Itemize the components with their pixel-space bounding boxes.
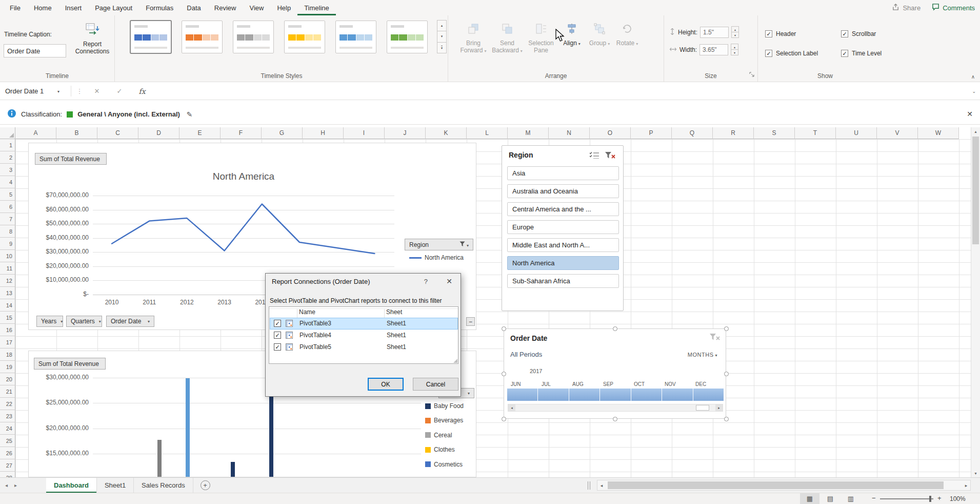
row-header-6[interactable]: 6: [0, 201, 15, 213]
row-checkbox[interactable]: ✓: [274, 320, 281, 327]
row-checkbox[interactable]: ✓: [274, 332, 281, 339]
help-icon[interactable]: ?: [424, 278, 428, 285]
comments-button[interactable]: Comments: [932, 3, 975, 12]
tab-insert[interactable]: Insert: [58, 0, 89, 15]
row-header-27[interactable]: 27: [0, 459, 15, 472]
collapse-ribbon-button[interactable]: ∧: [971, 74, 975, 80]
timeline-caption-input[interactable]: [4, 44, 66, 57]
tab-timeline[interactable]: Timeline: [297, 0, 336, 15]
expand-formula-bar-icon[interactable]: ⌄: [972, 89, 976, 94]
dialog-row-pivottable3[interactable]: ✓PivotTable3Sheet1: [270, 318, 458, 329]
scroll-left-icon[interactable]: ◂: [597, 480, 606, 490]
resize-handle[interactable]: [502, 326, 506, 331]
time-level-selector[interactable]: MONTHS▾: [688, 352, 717, 358]
gallery-down-button[interactable]: ▾: [437, 31, 447, 42]
row-header-19[interactable]: 19: [0, 361, 15, 373]
row-header-3[interactable]: 3: [0, 164, 15, 176]
resize-handle[interactable]: [724, 326, 729, 331]
cancel-button[interactable]: Cancel: [413, 378, 458, 391]
height-input[interactable]: [700, 27, 729, 38]
clear-filter-icon[interactable]: [709, 333, 721, 343]
column-header-c[interactable]: C: [97, 127, 138, 139]
timeline-style-gray[interactable]: [233, 21, 274, 53]
name-box[interactable]: Order Date 1: [0, 83, 67, 100]
vertical-scrollbar[interactable]: ▴ ▾: [971, 127, 980, 477]
row-checkbox[interactable]: ✓: [274, 343, 281, 351]
column-header-k[interactable]: K: [426, 127, 467, 139]
height-stepper[interactable]: ▴▾: [731, 27, 739, 38]
order-date-timeline[interactable]: Order Date All Periods MONTHS▾ 2017 ◂ ▸ …: [504, 328, 726, 419]
column-header-g[interactable]: G: [262, 127, 303, 139]
name-box-dropdown-icon[interactable]: ▾: [57, 89, 59, 94]
show-checkbox-selection-label[interactable]: ✓Selection Label: [765, 48, 837, 59]
resize-grip[interactable]: [453, 359, 457, 363]
select-all-corner[interactable]: [0, 127, 15, 139]
row-header-10[interactable]: 10: [0, 250, 15, 262]
slicer-item-sub-saharan-africa[interactable]: Sub-Saharan Africa: [507, 274, 619, 288]
sheet-tab-sheet1[interactable]: Sheet1: [97, 478, 134, 493]
slicer-item-asia[interactable]: Asia: [507, 166, 619, 180]
slicer-item-australia-and-oceania[interactable]: Australia and Oceania: [507, 184, 619, 198]
scroll-down-icon[interactable]: ▾: [971, 469, 980, 477]
vertical-scroll-thumb[interactable]: [972, 137, 979, 244]
column-header-p[interactable]: P: [631, 127, 672, 139]
dialog-row-pivottable5[interactable]: ✓PivotTable5Sheet1: [270, 341, 458, 353]
row-header-13[interactable]: 13: [0, 287, 15, 299]
tab-page-layout[interactable]: Page Layout: [88, 0, 139, 15]
axis-field-button-quarters[interactable]: Quarters▾: [66, 316, 102, 327]
edit-classification-icon[interactable]: ✎: [187, 110, 193, 119]
resize-handle[interactable]: [502, 417, 506, 421]
show-checkbox-time-level[interactable]: ✓Time Level: [841, 48, 882, 59]
slicer-item-middle-east-and-north-a[interactable]: Middle East and North A...: [507, 238, 619, 252]
zoom-slider[interactable]: [880, 498, 933, 499]
timeline-band-segment-aug[interactable]: [569, 389, 599, 401]
values-field-button[interactable]: Sum of Total Revenue: [34, 358, 106, 370]
report-connections-dialog[interactable]: Report Connections (Order Date) ? ✕ Sele…: [265, 273, 461, 397]
resize-handle[interactable]: [502, 372, 506, 376]
row-header-24[interactable]: 24: [0, 422, 15, 435]
timeline-style-light-blue[interactable]: [335, 21, 376, 53]
slicer-item-europe[interactable]: Europe: [507, 220, 619, 234]
new-sheet-button[interactable]: +: [201, 480, 210, 490]
column-header-o[interactable]: O: [590, 127, 631, 139]
axis-field-button-order-date[interactable]: Order Date▾: [106, 316, 154, 327]
zoom-slider-thumb[interactable]: [929, 496, 931, 502]
column-header-v[interactable]: V: [877, 127, 918, 139]
page-break-view-button[interactable]: ▥: [841, 493, 861, 504]
tab-help[interactable]: Help: [270, 0, 297, 15]
timeline-scrollbar[interactable]: ◂ ▸: [508, 404, 723, 412]
column-header-a[interactable]: A: [15, 127, 56, 139]
formula-input[interactable]: [156, 83, 967, 100]
zoom-in-button[interactable]: +: [937, 494, 942, 502]
timeline-band-segment-sep[interactable]: [600, 389, 630, 401]
row-header-5[interactable]: 5: [0, 188, 15, 201]
show-checkbox-scrollbar[interactable]: ✓Scrollbar: [841, 29, 882, 39]
column-header-d[interactable]: D: [138, 127, 179, 139]
sheet-tab-dashboard[interactable]: Dashboard: [46, 478, 97, 493]
row-header-4[interactable]: 4: [0, 176, 15, 188]
width-stepper[interactable]: ▴▾: [731, 44, 738, 55]
row-header-23[interactable]: 23: [0, 410, 15, 422]
row-header-9[interactable]: 9: [0, 238, 15, 250]
timeline-style-blue[interactable]: [130, 21, 171, 53]
row-header-25[interactable]: 25: [0, 435, 15, 447]
row-header-14[interactable]: 14: [0, 299, 15, 312]
show-checkbox-header[interactable]: ✓Header: [765, 29, 837, 39]
align-button[interactable]: Align▾: [558, 18, 586, 68]
row-header-28[interactable]: 28: [0, 472, 15, 477]
column-header-j[interactable]: J: [385, 127, 426, 139]
slicer-item-central-america-and-the[interactable]: Central America and the ...: [507, 202, 619, 216]
timeline-band-segment-jun[interactable]: [507, 389, 537, 401]
column-header-t[interactable]: T: [795, 127, 836, 139]
timeline-band-segment-oct[interactable]: [631, 389, 662, 401]
close-classification-bar-icon[interactable]: ✕: [967, 110, 973, 118]
close-icon[interactable]: ✕: [446, 277, 452, 285]
scroll-right-icon[interactable]: ▸: [715, 404, 723, 411]
normal-view-button[interactable]: ▦: [800, 493, 819, 504]
tab-formulas[interactable]: Formulas: [139, 0, 180, 15]
timeline-band-segment-nov[interactable]: [662, 389, 692, 401]
column-header-i[interactable]: I: [344, 127, 385, 139]
dialog-title-bar[interactable]: Report Connections (Order Date) ? ✕: [266, 274, 461, 289]
region-slicer[interactable]: Region AsiaAustralia and OceaniaCentral …: [502, 145, 624, 311]
tab-scroll-left-icon[interactable]: ◂: [5, 482, 8, 488]
